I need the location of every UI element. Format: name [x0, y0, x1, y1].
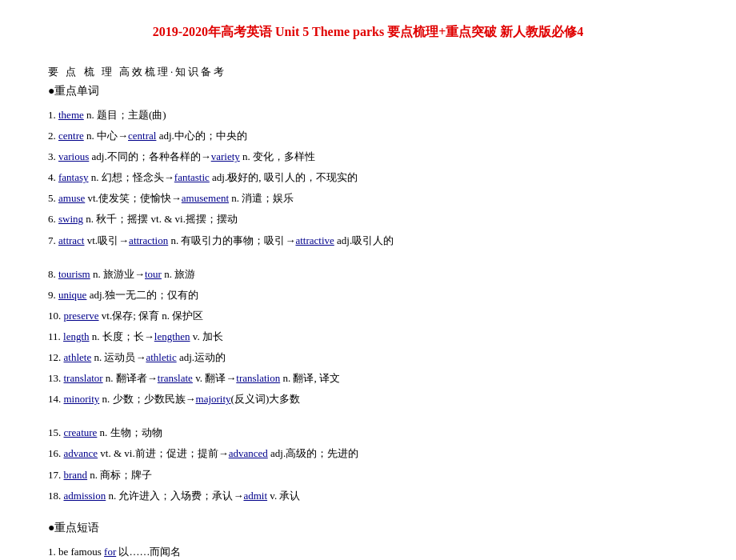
- word-link-theme[interactable]: theme: [58, 109, 84, 121]
- word-link-fantasy[interactable]: fantasy: [58, 171, 89, 183]
- list-item: 1. theme n. 题目；主题(曲): [48, 106, 688, 124]
- list-item: 2. centre n. 中心→central adj.中心的；中央的: [48, 127, 688, 145]
- word-link-translator[interactable]: translator: [64, 372, 103, 384]
- list-item: 13. translator n. 翻译者→translate v. 翻译→tr…: [48, 370, 688, 387]
- list-item: 4. fantasy n. 幻想；怪念头→fantastic adj.极好的, …: [48, 169, 688, 186]
- list-item: 12. athlete n. 运动员→athletic adj.运动的: [48, 349, 688, 366]
- word-link-admit[interactable]: admit: [243, 490, 267, 502]
- list-item: 7. attract vt.吸引→attraction n. 有吸引力的事物；吸…: [48, 232, 688, 250]
- word-link-tour[interactable]: tour: [145, 268, 162, 280]
- list-item: 16. advance vt. & vi.前进；促进；提前→advanced a…: [48, 445, 688, 462]
- word-link-swing[interactable]: swing: [58, 213, 83, 225]
- word-link-attract[interactable]: attract: [58, 234, 84, 246]
- word-link-amuse[interactable]: amuse: [58, 192, 85, 204]
- section-header: 要 点 梳 理 高效梳理·知识备考: [48, 65, 688, 79]
- word-link-attraction[interactable]: attraction: [129, 234, 168, 246]
- word-groups: 1. theme n. 题目；主题(曲) 2. centre n. 中心→cen…: [48, 106, 688, 505]
- word-link-creature[interactable]: creature: [64, 426, 98, 438]
- word-link-translation[interactable]: translation: [236, 372, 280, 384]
- word-link-central[interactable]: central: [128, 130, 156, 142]
- section-label: 要 点 梳 理 高效梳理·知识备考: [48, 66, 226, 78]
- word-link-advanced[interactable]: advanced: [229, 447, 268, 459]
- word-link-lengthen[interactable]: lengthen: [154, 330, 190, 342]
- word-group-2: 8. tourism n. 旅游业→tour n. 旅游 9. unique a…: [48, 266, 688, 409]
- list-item: 6. swing n. 秋千；摇摆 vt. & vi.摇摆；摆动: [48, 210, 688, 228]
- word-list-3: 15. creature n. 生物；动物 16. advance vt. & …: [48, 424, 688, 504]
- word-link-attractive[interactable]: attractive: [295, 234, 334, 246]
- word-group-3: 15. creature n. 生物；动物 16. advance vt. & …: [48, 424, 688, 504]
- word-link-centre[interactable]: centre: [58, 130, 84, 142]
- word-link-minority[interactable]: minority: [64, 393, 100, 405]
- list-item: 9. unique adj.独一无二的；仅有的: [48, 286, 688, 304]
- phrase-section: 1. be famous for 以……而闻名: [48, 543, 688, 560]
- word-link-unique[interactable]: unique: [58, 289, 86, 301]
- phrase-list: 1. be famous for 以……而闻名: [48, 543, 688, 560]
- word-link-athlete[interactable]: athlete: [64, 351, 92, 363]
- title: 2019-2020年高考英语 Unit 5 Theme parks 要点梳理+重…: [48, 24, 688, 41]
- word-group-1: 1. theme n. 题目；主题(曲) 2. centre n. 中心→cen…: [48, 106, 688, 250]
- word-link-tourism[interactable]: tourism: [58, 268, 90, 280]
- list-item: 3. various adj.不同的；各种各样的→variety n. 变化，多…: [48, 148, 688, 166]
- word-link-athletic[interactable]: athletic: [146, 351, 176, 363]
- list-item: 8. tourism n. 旅游业→tour n. 旅游: [48, 266, 688, 283]
- list-item: 17. brand n. 商标；牌子: [48, 466, 688, 484]
- word-link-variety[interactable]: variety: [211, 150, 240, 162]
- word-link-majority[interactable]: majority: [196, 393, 231, 405]
- list-item: 10. preserve vt.保存; 保育 n. 保护区: [48, 307, 688, 325]
- bullet-phrases-header: ●重点短语: [48, 521, 688, 535]
- list-item: 18. admission n. 允许进入；入场费；承认→admit v. 承认: [48, 487, 688, 505]
- word-link-for[interactable]: for: [104, 546, 116, 558]
- list-item: 14. minority n. 少数；少数民族→majority(反义词)大多数: [48, 390, 688, 408]
- list-item: 5. amuse vt.使发笑；使愉快→amusement n. 消遣；娱乐: [48, 190, 688, 207]
- word-link-admission[interactable]: admission: [64, 490, 106, 502]
- list-item: 15. creature n. 生物；动物: [48, 424, 688, 442]
- word-link-various[interactable]: various: [58, 150, 89, 162]
- bullet-words-header: ●重点单词: [48, 84, 688, 98]
- list-item: 11. length n. 长度；长→lengthen v. 加长: [48, 328, 688, 346]
- word-list-1: 1. theme n. 题目；主题(曲) 2. centre n. 中心→cen…: [48, 106, 688, 250]
- word-link-preserve[interactable]: preserve: [64, 310, 99, 322]
- word-link-advance[interactable]: advance: [64, 447, 98, 459]
- word-list-2: 8. tourism n. 旅游业→tour n. 旅游 9. unique a…: [48, 266, 688, 409]
- word-link-amusement[interactable]: amusement: [182, 192, 229, 204]
- word-link-brand[interactable]: brand: [64, 469, 88, 481]
- list-item: 1. be famous for 以……而闻名: [48, 543, 688, 560]
- word-link-translate[interactable]: translate: [158, 372, 193, 384]
- word-link-fantastic[interactable]: fantastic: [174, 171, 210, 183]
- word-link-length[interactable]: length: [63, 330, 90, 342]
